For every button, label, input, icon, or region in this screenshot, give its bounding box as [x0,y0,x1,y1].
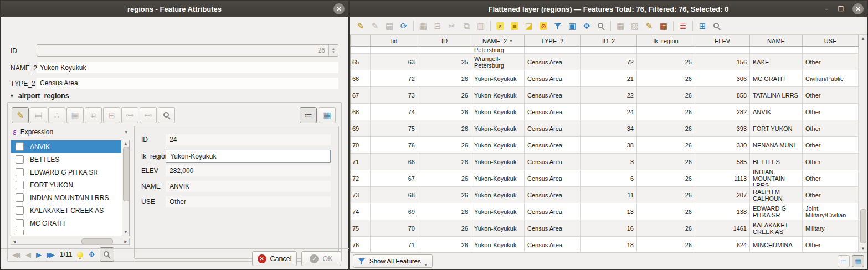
ANVIK[interactable]: 68 74 26 Yukon-Koyukuk Census Area 24 26… [351,104,859,120]
pan-to-feature-icon[interactable]: ✥ [88,250,95,259]
cell-id[interactable]: 25 [418,54,471,70]
MINCHUMINA[interactable]: 76 71 26 Yukon-Koyukuk Census Area 18 26… [351,237,859,252]
cell-fk-region[interactable]: 26 [637,170,695,187]
close-icon[interactable]: ✕ [333,3,345,14]
list-vertical-scrollbar[interactable]: ▲ ▼ [122,140,129,236]
zoom-to-feature-button[interactable] [100,247,114,262]
cell-row-number[interactable]: 65 [351,54,371,70]
cell-use[interactable]: Joint Military/Civilian [803,203,859,220]
cell-name[interactable]: NENANA MUNI [750,137,803,154]
maximize-icon[interactable]: ☐ [836,5,845,13]
cell-use[interactable] [803,47,859,54]
feature-attributes-titlebar[interactable]: regions - Feature Attributes ✕ [1,1,348,17]
attribute-table-titlebar[interactable]: Flattened layer (regions) — Features Tot… [350,1,867,17]
cell-id-2[interactable]: 21 [581,70,637,87]
cell-elev[interactable] [695,47,750,54]
related-features-list[interactable]: ANVIK BETTLES EDWARD G PITKA SR [11,140,130,236]
cell-row-number[interactable]: 76 [351,237,371,252]
cell-fid[interactable]: 70 [371,220,418,237]
previous-feature-button[interactable]: ◀ [25,251,31,259]
cell-fid[interactable]: 75 [371,120,418,137]
MC GRATH[interactable]: 66 72 26 Yukon-Koyukuk Census Area 21 26… [351,70,859,87]
cell-id-2[interactable]: 72 [581,54,637,70]
cell-elev[interactable]: 306 [695,70,750,87]
invert-selection-icon[interactable]: ◪ [522,19,536,33]
cell-id[interactable]: 26 [418,70,471,87]
table-row[interactable]: Petersburg [351,47,859,54]
cell-name[interactable]: BETTLES [750,154,803,170]
cell-name[interactable]: MINCHUMINA [750,237,803,252]
save-edits-icon[interactable]: ▤ [383,19,396,33]
save-edits-icon[interactable]: ▤ [30,107,47,123]
cell-id[interactable] [418,47,471,54]
cell-use[interactable]: Other [803,187,859,203]
cell-fk-region[interactable]: 26 [637,137,695,154]
list-item-kalakaket-creek-as[interactable]: KALAKAKET CREEK AS [11,204,121,217]
cell-elev[interactable]: 858 [695,87,750,104]
EDWARD G PITKA SR[interactable]: 74 69 26 Yukon-Koyukuk Census Area 13 26… [351,203,859,220]
checkbox[interactable] [16,206,24,215]
cell-name[interactable]: INDIAN MOUNTAIN LRRS [750,170,803,187]
cell-type-2[interactable]: Census Area [525,54,581,70]
cell-row-number[interactable]: 74 [351,203,371,220]
column-header-type_2[interactable]: TYPE_2 [525,35,581,46]
cell-type-2[interactable]: Census Area [525,203,581,220]
cell-row-number[interactable]: 67 [351,87,371,104]
cell-fid[interactable]: 67 [371,170,418,187]
filter-by-form-icon[interactable] [551,19,564,33]
scrollbar-thumb[interactable] [81,238,113,244]
cell-name-2[interactable]: Yukon-Koyukuk [471,137,525,154]
cell-use[interactable]: Military [803,220,859,237]
paste-icon[interactable]: ▥ [474,19,487,33]
cell-row-number[interactable]: 73 [351,187,371,203]
cell-name-2[interactable]: Wrangell-Petersburg [471,54,525,70]
cell-id[interactable]: 26 [418,187,471,203]
cell-name[interactable]: KALAKAKET CREEK AS [750,220,803,237]
cell-use[interactable]: Other [803,54,859,70]
cell-elev[interactable]: 624 [695,237,750,252]
form-view-toggle[interactable]: ≔ [300,107,317,123]
field-calculator-icon[interactable]: ▦ [657,19,670,33]
cell-fid[interactable]: 69 [371,203,418,220]
cell-name[interactable]: EDWARD G PITKA SR [750,203,803,220]
cell-type-2[interactable]: Census Area [525,154,581,170]
column-header-name[interactable]: NAME [750,35,803,46]
cell-fk-region[interactable] [637,47,695,54]
list-item-mc-grath[interactable]: MC GRATH [11,217,121,230]
delete-selected-icon[interactable]: ⊟ [431,19,444,33]
delete-field-icon[interactable]: ▨ [628,19,641,33]
table-view-toggle[interactable]: ▦ [319,107,336,123]
column-header-fid[interactable]: fid [371,35,418,46]
add-feature-icon[interactable]: ▦ [417,19,430,33]
BETTLES[interactable]: 71 66 26 Yukon-Koyukuk Census Area 3 26 … [351,154,859,170]
cell-fid[interactable]: 71 [371,237,418,252]
cell-type-2[interactable] [525,47,581,54]
toggle-editing-icon[interactable]: ✎ [12,107,29,123]
cell-elev[interactable]: 330 [695,137,750,154]
select-by-expression-icon[interactable]: ε [494,19,507,33]
cell-elev[interactable]: 138 [695,203,750,220]
cell-id-2[interactable]: 22 [581,87,637,104]
list-horizontal-scrollbar[interactable]: ◀ ▶ [11,238,130,245]
cell-fk-region[interactable]: 25 [637,54,695,70]
list-item-fort-yukon[interactable]: FORT YUKON [11,179,121,191]
cell-id-2[interactable]: 18 [581,237,637,252]
column-header-id_2[interactable]: ID_2 [581,35,637,46]
cell-name[interactable]: TATALINA LRRS [750,87,803,104]
cell-id[interactable]: 26 [418,203,471,220]
cell-id-2[interactable]: 38 [581,137,637,154]
cell-name-2[interactable]: Yukon-Koyukuk [471,220,525,237]
add-feature-icon[interactable]: ▦ [66,107,84,123]
cell-use[interactable]: Other [803,170,859,187]
scroll-up-icon[interactable]: ▲ [859,36,867,41]
column-header-use[interactable]: USE [803,35,859,46]
list-item-partial[interactable] [11,230,121,235]
cell-type-2[interactable]: Census Area [525,237,581,252]
cell-name[interactable]: MC GRATH [750,70,803,87]
cell-fk-region[interactable]: 26 [637,220,695,237]
collapse-arrow-icon[interactable]: ▼ [9,93,14,99]
scroll-down-icon[interactable]: ▼ [859,246,867,251]
cell-row-number[interactable]: 71 [351,154,371,170]
deselect-all-icon[interactable]: ⊘ [537,19,550,33]
duplicate-feature-icon[interactable]: ⧉ [85,107,102,123]
